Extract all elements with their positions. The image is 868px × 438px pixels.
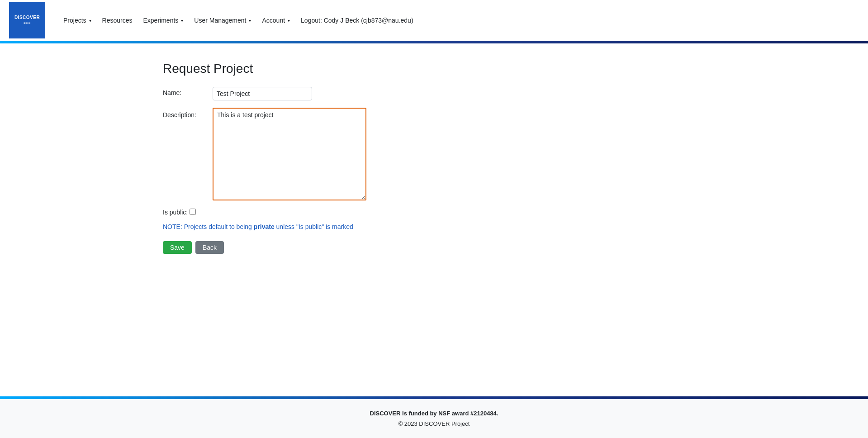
form-buttons: Save Back — [163, 241, 434, 254]
navbar: DISCOVER▪▪▪▪ Projects ▾ Resources Experi… — [0, 0, 868, 41]
nav-item-projects: Projects ▾ — [59, 13, 96, 28]
is-public-group: Is public: — [163, 208, 434, 216]
main-content: Request Project Name: Description: This … — [0, 43, 868, 396]
nav-link-experiments[interactable]: Experiments ▾ — [139, 13, 188, 28]
chevron-down-icon: ▾ — [249, 18, 251, 23]
logo-text: DISCOVER▪▪▪▪ — [14, 15, 40, 26]
footer-line-2: © 2023 DISCOVER Project — [9, 420, 859, 427]
is-public-label: Is public: — [163, 208, 188, 216]
nav-link-user-management[interactable]: User Management ▾ — [190, 13, 256, 28]
nav-item-experiments: Experiments ▾ — [139, 13, 188, 28]
nav-item-logout: Logout: Cody J Beck (cjb873@nau.edu) — [296, 13, 417, 28]
nav-link-account[interactable]: Account ▾ — [257, 13, 294, 28]
nav-item-account: Account ▾ — [257, 13, 294, 28]
chevron-down-icon: ▾ — [89, 18, 91, 23]
footer-line-1: DISCOVER is funded by NSF award #2120484… — [9, 410, 859, 417]
nav-list: Projects ▾ Resources Experiments ▾ User … — [59, 13, 418, 28]
description-group: Description: This is a test project — [163, 108, 434, 200]
name-group: Name: — [163, 87, 434, 100]
footer: DISCOVER is funded by NSF award #2120484… — [0, 399, 868, 438]
name-label: Name: — [163, 87, 213, 96]
page-title: Request Project — [163, 62, 434, 76]
description-textarea[interactable]: This is a test project — [213, 108, 366, 200]
is-public-checkbox[interactable] — [190, 209, 196, 215]
chevron-down-icon: ▾ — [288, 18, 290, 23]
description-label: Description: — [163, 108, 213, 119]
logo[interactable]: DISCOVER▪▪▪▪ — [9, 2, 45, 38]
chevron-down-icon: ▾ — [181, 18, 183, 23]
note-text: NOTE: Projects default to being private … — [163, 223, 434, 230]
nav-item-resources: Resources — [98, 13, 137, 28]
nav-link-resources[interactable]: Resources — [98, 13, 137, 28]
nav-item-user-management: User Management ▾ — [190, 13, 256, 28]
form-container: Request Project Name: Description: This … — [163, 62, 434, 254]
name-input[interactable] — [213, 87, 312, 100]
save-button[interactable]: Save — [163, 241, 192, 254]
back-button[interactable]: Back — [195, 241, 224, 254]
nav-link-projects[interactable]: Projects ▾ — [59, 13, 96, 28]
nav-link-logout[interactable]: Logout: Cody J Beck (cjb873@nau.edu) — [296, 13, 417, 28]
